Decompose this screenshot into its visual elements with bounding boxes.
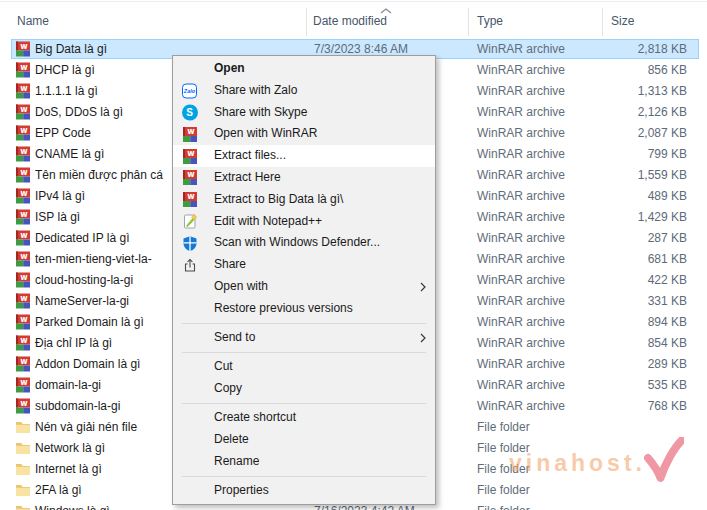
file-type: WinRAR archive <box>477 228 565 248</box>
menu-item-extract-here[interactable]: wExtract Here <box>173 167 435 189</box>
file-size: 894 KB <box>648 312 687 332</box>
winrar-icon: w <box>181 191 198 208</box>
menu-item-open-with-winrar[interactable]: wOpen with WinRAR <box>173 123 435 145</box>
winrar-icon: w <box>15 230 31 246</box>
menu-item-extract-files[interactable]: wExtract files... <box>173 145 435 167</box>
folder-icon <box>15 482 31 498</box>
file-size: 287 KB <box>648 228 687 248</box>
menu-item-label: Open with WinRAR <box>214 126 317 140</box>
column-header-size[interactable]: Size <box>611 6 634 36</box>
menu-item-cut[interactable]: Cut <box>173 356 435 378</box>
file-type: WinRAR archive <box>477 207 565 227</box>
svg-text:w: w <box>20 357 28 366</box>
file-size: 2,818 KB <box>638 39 687 59</box>
menu-item-share[interactable]: Share <box>173 254 435 276</box>
file-size: 289 KB <box>648 354 687 374</box>
file-size: 1,429 KB <box>638 207 687 227</box>
menu-item-label: Rename <box>214 454 259 468</box>
file-type: WinRAR archive <box>477 354 565 374</box>
svg-text:w: w <box>187 170 195 179</box>
winrar-icon: w <box>15 167 31 183</box>
menu-item-extract-to-big-data-l-g[interactable]: wExtract to Big Data là gì\ <box>173 189 435 211</box>
column-header-row: Name Date modified Type Size <box>0 6 707 36</box>
skype-icon: S <box>181 104 198 121</box>
folder-icon <box>15 461 31 477</box>
file-type: File folder <box>477 438 530 458</box>
menu-item-label: Scan with Windows Defender... <box>214 235 380 249</box>
menu-item-open-with[interactable]: Open with <box>173 276 435 298</box>
file-type: WinRAR archive <box>477 144 565 164</box>
winrar-icon: w <box>15 104 31 120</box>
file-size: 331 KB <box>648 291 687 311</box>
menu-item-label: Send to <box>214 330 255 344</box>
menu-item-label: Open with <box>214 279 268 293</box>
file-type: WinRAR archive <box>477 39 565 59</box>
file-size: 489 KB <box>648 186 687 206</box>
menu-item-scan-with-windows-defender[interactable]: Scan with Windows Defender... <box>173 232 435 254</box>
file-name: EPP Code <box>35 123 91 143</box>
menu-item-send-to[interactable]: Send to <box>173 327 435 349</box>
file-size: 2,126 KB <box>638 102 687 122</box>
file-size: 856 KB <box>648 60 687 80</box>
column-divider[interactable] <box>306 8 307 36</box>
file-size: 681 KB <box>648 249 687 269</box>
winrar-icon: w <box>15 125 31 141</box>
menu-item-label: Share <box>214 257 246 271</box>
menu-item-restore-previous-versions[interactable]: Restore previous versions <box>173 298 435 320</box>
menu-separator <box>182 323 426 324</box>
submenu-chevron-icon <box>420 333 426 343</box>
notepadpp-icon <box>181 213 198 230</box>
file-type: File folder <box>477 501 530 510</box>
file-type: WinRAR archive <box>477 333 565 353</box>
column-header-date-modified[interactable]: Date modified <box>313 6 387 36</box>
svg-text:w: w <box>20 399 28 408</box>
file-name: CNAME là gì <box>35 144 104 164</box>
menu-item-share-with-zalo[interactable]: ZaloShare with Zalo <box>173 80 435 102</box>
menu-item-properties[interactable]: Properties <box>173 480 435 502</box>
menu-item-share-with-skype[interactable]: SShare with Skype <box>173 102 435 124</box>
menu-item-label: Cut <box>214 359 233 373</box>
svg-text:w: w <box>20 147 28 156</box>
file-type: WinRAR archive <box>477 102 565 122</box>
file-name: Parked Domain là gì <box>35 312 144 332</box>
column-divider[interactable] <box>468 8 469 36</box>
menu-item-create-shortcut[interactable]: Create shortcut <box>173 407 435 429</box>
svg-text:w: w <box>20 42 28 51</box>
file-type: WinRAR archive <box>477 123 565 143</box>
svg-text:w: w <box>20 105 28 114</box>
menu-item-copy[interactable]: Copy <box>173 378 435 400</box>
file-type: WinRAR archive <box>477 165 565 185</box>
file-type: File folder <box>477 480 530 500</box>
menu-item-label: Edit with Notepad++ <box>214 214 322 228</box>
svg-text:w: w <box>20 273 28 282</box>
menu-item-edit-with-notepad[interactable]: Edit with Notepad++ <box>173 211 435 233</box>
menu-item-label: Share with Skype <box>214 105 307 119</box>
file-name: Internet là gì <box>35 459 102 479</box>
svg-text:w: w <box>20 84 28 93</box>
winrar-icon: w <box>181 148 198 165</box>
file-type: File folder <box>477 417 530 437</box>
menu-item-label: Extract files... <box>214 148 286 162</box>
column-header-type[interactable]: Type <box>477 6 503 36</box>
column-divider[interactable] <box>602 8 603 36</box>
svg-text:w: w <box>20 378 28 387</box>
column-header-name[interactable]: Name <box>17 6 49 36</box>
menu-item-label: Share with Zalo <box>214 83 297 97</box>
svg-text:w: w <box>20 168 28 177</box>
menu-item-rename[interactable]: Rename <box>173 451 435 473</box>
file-name: Big Data là gì <box>35 39 107 59</box>
file-name: ten-mien-tieng-viet-la- <box>35 249 152 269</box>
menu-item-label: Restore previous versions <box>214 301 353 315</box>
file-type: WinRAR archive <box>477 291 565 311</box>
menu-item-label: Extract to Big Data là gì\ <box>214 192 343 206</box>
svg-text:w: w <box>20 231 28 240</box>
menu-item-open[interactable]: Open <box>173 58 435 80</box>
zalo-icon: Zalo <box>181 82 198 99</box>
menu-separator <box>182 476 426 477</box>
file-type: WinRAR archive <box>477 375 565 395</box>
file-name: Dedicated IP là gì <box>35 228 130 248</box>
file-name: cloud-hosting-la-gi <box>35 270 133 290</box>
menu-item-delete[interactable]: Delete <box>173 429 435 451</box>
svg-text:w: w <box>20 294 28 303</box>
file-name: ISP là gì <box>35 207 80 227</box>
